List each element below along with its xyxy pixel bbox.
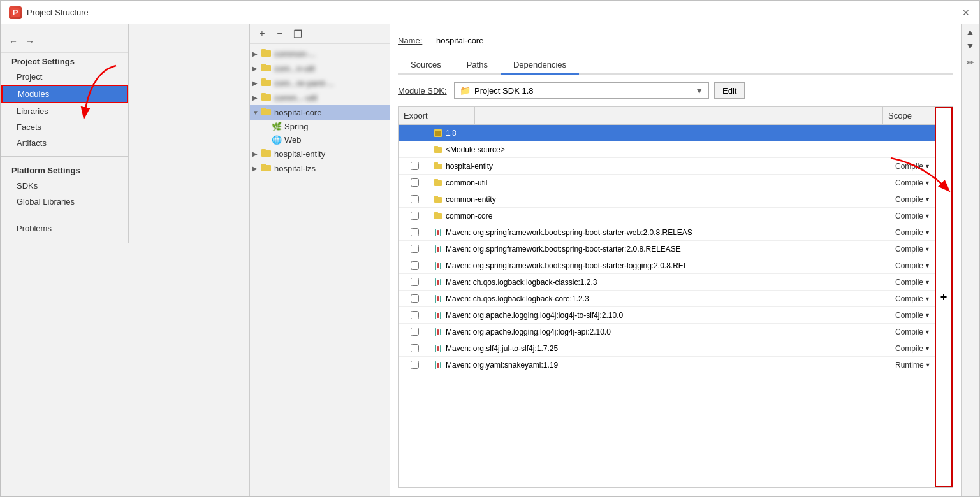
tree-item[interactable]: comm...-util	[250, 90, 390, 105]
dep-row[interactable]: common-coreCompile ▼	[399, 208, 953, 224]
dep-checkbox[interactable]	[411, 311, 419, 319]
sidebar-item-artifacts[interactable]: Artifacts	[1, 135, 128, 151]
dep-check-cell[interactable]	[399, 361, 430, 369]
dep-row[interactable]: Maven: ch.qos.logback:logback-core:1.2.3…	[399, 291, 953, 307]
dep-checkbox[interactable]	[411, 261, 419, 270]
dep-row[interactable]: Maven: org.slf4j:jul-to-slf4j:1.7.25Comp…	[399, 340, 953, 357]
scope-dropdown-arrow[interactable]: ▼	[925, 312, 930, 319]
scroll-down-button[interactable]: ▼	[964, 40, 977, 52]
dep-check-cell[interactable]	[399, 344, 430, 352]
tab-paths[interactable]: Paths	[454, 56, 501, 75]
edit-dep-button[interactable]: ✏	[964, 56, 977, 69]
dep-row[interactable]: Maven: org.springframework.boot:spring-b…	[399, 241, 953, 257]
tree-item[interactable]: hospital-lzs	[250, 161, 390, 176]
tree-item[interactable]: com...re-yaml-...	[250, 76, 390, 90]
dep-check-cell[interactable]	[399, 212, 430, 220]
dep-name-cell: Maven: org.yaml:snakeyaml:1.19	[446, 361, 895, 370]
app-icon: P	[9, 6, 22, 19]
tree-item-label: hospital-core	[274, 108, 321, 117]
tree-item[interactable]: com...n-util	[250, 61, 390, 76]
dep-checkbox[interactable]	[411, 328, 419, 336]
forward-button[interactable]: →	[23, 34, 37, 48]
tree-item[interactable]: 🌿Spring	[250, 120, 390, 133]
dep-check-cell[interactable]	[399, 294, 430, 303]
svg-rect-43	[435, 312, 436, 319]
scope-dropdown-arrow[interactable]: ▼	[925, 345, 930, 352]
dep-checkbox[interactable]	[411, 245, 419, 253]
sidebar-item-sdks[interactable]: SDKs	[1, 178, 128, 194]
tab-dependencies[interactable]: Dependencies	[501, 56, 579, 75]
name-input[interactable]	[432, 32, 953, 48]
folder-icon	[261, 78, 272, 89]
scope-dropdown-arrow[interactable]: ▼	[925, 229, 930, 236]
tab-sources[interactable]: Sources	[398, 56, 454, 75]
scope-dropdown-arrow[interactable]: ▼	[925, 279, 930, 285]
sidebar-item-global-libraries[interactable]: Global Libraries	[1, 194, 128, 210]
dep-checkbox[interactable]	[411, 178, 419, 187]
tree-item[interactable]: common-...	[250, 47, 390, 61]
dep-check-cell[interactable]	[399, 162, 430, 170]
scope-dropdown-arrow[interactable]: ▼	[925, 196, 930, 203]
dep-check-cell[interactable]	[399, 278, 430, 286]
dep-type-icon	[430, 228, 446, 237]
dep-check-cell[interactable]	[399, 195, 430, 203]
sdk-dropdown-arrow: ▼	[695, 86, 703, 96]
back-button[interactable]: ←	[6, 34, 20, 48]
scroll-up-button[interactable]: ▲	[964, 25, 977, 38]
tree-item[interactable]: hospital-entity	[250, 147, 390, 161]
dep-checkbox[interactable]	[411, 228, 419, 236]
svg-rect-25	[434, 196, 438, 198]
svg-rect-7	[261, 78, 266, 81]
sidebar-item-problems[interactable]: Problems	[1, 220, 128, 236]
dep-checkbox[interactable]	[411, 278, 419, 286]
sidebar-item-libraries[interactable]: Libraries	[1, 103, 128, 119]
dep-checkbox[interactable]	[411, 162, 419, 170]
dep-checkbox[interactable]	[411, 344, 419, 352]
settings-panel: ← → Project Settings Project Modules Lib…	[1, 24, 129, 243]
dep-checkbox[interactable]	[411, 212, 419, 220]
dep-check-cell[interactable]	[399, 311, 430, 319]
dep-check-cell[interactable]	[399, 328, 430, 336]
copy-module-button[interactable]: ❐	[291, 27, 305, 41]
tree-item-label: hospital-entity	[274, 149, 325, 159]
scope-dropdown-arrow[interactable]: ▼	[925, 263, 930, 269]
dep-checkbox[interactable]	[411, 294, 419, 303]
scope-dropdown-arrow[interactable]: ▼	[925, 329, 930, 335]
add-module-button[interactable]: +	[255, 27, 269, 41]
dep-row[interactable]: <Module source>	[399, 141, 953, 158]
dep-row[interactable]: Maven: ch.qos.logback:logback-classic:1.…	[399, 274, 953, 291]
dep-row[interactable]: Maven: org.yaml:snakeyaml:1.19Runtime ▼	[399, 357, 953, 373]
dep-check-cell[interactable]	[399, 228, 430, 236]
dep-check-cell[interactable]	[399, 178, 430, 187]
dep-check-cell[interactable]	[399, 261, 430, 270]
dep-checkbox[interactable]	[411, 195, 419, 203]
dep-row[interactable]: common-utilCompile ▼	[399, 175, 953, 191]
scope-dropdown-arrow[interactable]: ▼	[925, 362, 931, 368]
add-dependency-button[interactable]: +	[935, 107, 953, 487]
tree-item[interactable]: 🌐Web	[250, 133, 390, 147]
tree-item[interactable]: hospital-core	[250, 105, 390, 120]
close-button[interactable]: ✕	[961, 8, 971, 18]
scope-dropdown-arrow[interactable]: ▼	[925, 246, 930, 252]
dep-checkbox[interactable]	[411, 361, 419, 369]
dep-check-cell[interactable]	[399, 245, 430, 253]
dep-row[interactable]: Maven: org.springframework.boot:spring-b…	[399, 257, 953, 274]
dep-row[interactable]: Maven: org.apache.logging.log4j:log4j-to…	[399, 307, 953, 324]
sidebar-item-facets[interactable]: Facets	[1, 119, 128, 135]
sidebar-item-modules[interactable]: Modules	[1, 85, 128, 103]
dep-row[interactable]: hospital-entityCompile ▼	[399, 158, 953, 175]
dep-row[interactable]: Maven: org.springframework.boot:spring-b…	[399, 224, 953, 241]
dep-row[interactable]: common-entityCompile ▼	[399, 191, 953, 208]
sdk-select[interactable]: 📁 Project SDK 1.8 ▼	[454, 82, 709, 99]
dep-row[interactable]: 1.8	[399, 125, 953, 141]
sdk-edit-button[interactable]: Edit	[714, 82, 745, 99]
dep-row[interactable]: Maven: org.apache.logging.log4j:log4j-ap…	[399, 324, 953, 340]
sidebar-item-project[interactable]: Project	[1, 69, 128, 85]
scope-dropdown-arrow[interactable]: ▼	[925, 180, 930, 186]
svg-rect-35	[437, 263, 439, 268]
remove-module-button[interactable]: −	[273, 27, 287, 41]
scope-dropdown-arrow[interactable]: ▼	[925, 163, 930, 169]
tree-item-label: com...re-yaml-...	[274, 78, 334, 88]
scope-dropdown-arrow[interactable]: ▼	[925, 296, 930, 302]
scope-dropdown-arrow[interactable]: ▼	[925, 213, 930, 219]
